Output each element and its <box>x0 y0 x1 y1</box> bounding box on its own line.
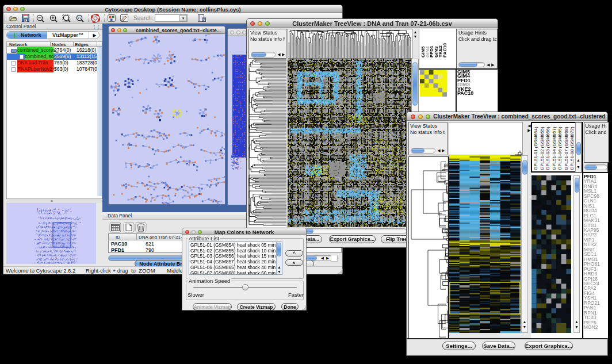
svg-text:1:1: 1:1 <box>78 16 82 20</box>
